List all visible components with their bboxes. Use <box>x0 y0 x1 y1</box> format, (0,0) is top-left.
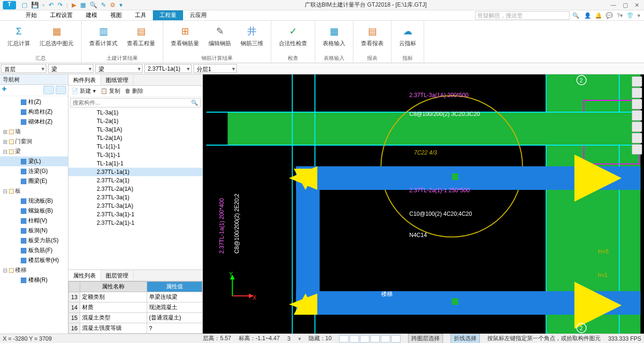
ribbon-查看报表[interactable]: ▤查看报表 <box>356 23 388 54</box>
menu-cloud[interactable]: 云应用 <box>183 10 213 20</box>
qat-more-icon[interactable]: ▾ <box>119 1 123 8</box>
nav-view-list-icon[interactable] <box>43 86 54 94</box>
search-icon[interactable]: 🔍 <box>572 12 579 19</box>
ribbon-表格输入[interactable]: ▦表格输入 <box>318 23 350 54</box>
qat-grid-icon[interactable]: ▦ <box>80 1 86 8</box>
sb-icon-5[interactable] <box>381 335 390 343</box>
comp-item[interactable]: TL-2a(1) <box>68 117 202 125</box>
type-select[interactable]: 梁 <box>95 64 142 73</box>
tab-properties[interactable]: 属性列表 <box>68 270 101 281</box>
comp-search[interactable]: 🔍 <box>70 98 201 107</box>
sb-icon-3[interactable] <box>360 335 369 343</box>
tree-item-楼梯(R)[interactable]: 楼梯(R) <box>0 275 68 285</box>
menu-tools[interactable]: 工具 <box>128 10 153 20</box>
comp-item[interactable]: TL-2a(1A) <box>68 134 202 142</box>
tree-cat-楼梯[interactable]: ⊟ 楼梯 <box>0 265 68 275</box>
copy-button[interactable]: 📋 复制 <box>100 87 120 95</box>
orbit-icon[interactable] <box>632 76 642 87</box>
skin-icon[interactable]: 👕 <box>627 12 634 19</box>
qat-undo-icon[interactable]: ↶ <box>49 1 54 8</box>
tree-item-板洞(N)[interactable]: 板洞(N) <box>0 226 68 236</box>
qat-edit-icon[interactable]: ✎ <box>101 1 106 8</box>
menu-modeling[interactable]: 建模 <box>79 10 104 20</box>
tree-item-现浇板(B)[interactable]: 现浇板(B) <box>0 196 68 206</box>
tree-item-楼层板带(H)[interactable]: 楼层板带(H) <box>0 255 68 265</box>
menu-view[interactable]: 视图 <box>104 10 128 20</box>
polyline-select-button[interactable]: 折线选择 <box>451 334 480 343</box>
tree-cat-墙[interactable]: ⊞ 墙 <box>0 127 68 137</box>
menu-quantity[interactable]: 工程量 <box>153 10 183 20</box>
ribbon-编辑钢筋[interactable]: ✎编辑钢筋 <box>204 23 236 54</box>
comp-item[interactable]: 2.37TL-3a(1A) <box>68 202 202 210</box>
table-row[interactable]: 13定额类别单梁连续梁 <box>69 292 202 302</box>
ribbon-查看钢筋量[interactable]: ⊞查看钢筋量 <box>166 23 204 54</box>
comp-item[interactable]: TL-3a(1A) <box>68 125 202 134</box>
table-row[interactable]: 15混凝土类型(普通混凝土) <box>69 313 202 323</box>
tree-item-板负筋(F)[interactable]: 板负筋(F) <box>0 245 68 255</box>
tree-item-柱帽(V)[interactable]: 柱帽(V) <box>0 216 68 226</box>
search-input[interactable]: 答疑解惑，搜这里 <box>475 11 569 20</box>
sb-icon-2[interactable] <box>350 335 359 343</box>
ribbon-查看计算式[interactable]: ▥查看计算式 <box>84 23 122 54</box>
ribbon-查看工程量[interactable]: ▤查看工程量 <box>122 23 160 54</box>
menu-project-settings[interactable]: 工程设置 <box>43 10 79 20</box>
cube-front-icon[interactable] <box>632 110 642 121</box>
delete-button[interactable]: 🗑 删除 <box>125 87 143 95</box>
cube-side-icon[interactable] <box>632 122 642 132</box>
tree-cat-板[interactable]: ⊟ 板 <box>0 186 68 196</box>
category-select[interactable]: 梁 <box>48 64 93 73</box>
floor-select[interactable]: 首层 <box>1 64 46 73</box>
user-icon[interactable]: 👤 <box>584 12 591 19</box>
comp-item[interactable]: 2.37TL-1a(1) <box>68 168 202 176</box>
maximize-icon[interactable]: ▢ <box>623 2 628 8</box>
tab-drawing-mgmt[interactable]: 图纸管理 <box>101 74 134 85</box>
tree-item-梁(L)[interactable]: 梁(L) <box>0 156 68 166</box>
tree-item-砌体柱(Z)[interactable]: 砌体柱(Z) <box>0 117 68 127</box>
qat-tools-icon[interactable]: ⚙ <box>110 1 116 8</box>
layer-select[interactable]: 分层1 <box>193 64 237 73</box>
ribbon-云指标[interactable]: ☁云指标 <box>394 23 421 54</box>
comp-item[interactable]: 2.37TL-3a(1) <box>68 193 202 202</box>
component-select[interactable]: 2.37TL-1a(1) <box>144 64 192 73</box>
comp-item[interactable]: TL-1a(1)-1 <box>68 159 202 168</box>
comp-item[interactable]: TL-3(1)-1 <box>68 151 202 159</box>
close-icon[interactable]: ✕ <box>635 2 639 8</box>
comp-item[interactable]: TL-3a(1) <box>68 108 202 117</box>
tree-item-圈梁(E)[interactable]: 圈梁(E) <box>0 176 68 186</box>
qat-open-icon[interactable]: ▢ <box>22 1 27 8</box>
new-button[interactable]: 📄 新建 ▾ <box>71 87 96 95</box>
comp-item[interactable]: 2.37TL-2a(1) <box>68 176 202 185</box>
qat-save-icon[interactable]: 💾 <box>31 1 39 8</box>
tree-item-连梁(G)[interactable]: 连梁(G) <box>0 166 68 176</box>
status-count-dropdown-icon[interactable]: ▾ <box>298 335 301 342</box>
tree-cat-梁[interactable]: ⊟ 梁 <box>0 147 68 156</box>
qat-redo-icon[interactable]: ↷ <box>58 1 63 8</box>
rotate-icon[interactable] <box>632 133 642 143</box>
qat-run-icon[interactable]: ▶ <box>72 1 76 8</box>
chat-icon[interactable]: 💬 <box>606 12 613 19</box>
minimize-icon[interactable]: — <box>611 2 616 8</box>
tab-component-list[interactable]: 构件列表 <box>68 74 101 85</box>
sb-icon-4[interactable] <box>370 335 380 343</box>
qat-search-icon[interactable]: 🔍 <box>90 1 97 8</box>
tree-cat-门窗洞[interactable]: ⊞ 门窗洞 <box>0 137 68 147</box>
grid-icon[interactable] <box>632 144 642 155</box>
cube-top-icon[interactable] <box>632 99 642 109</box>
tree-item-板受力筋(S)[interactable]: 板受力筋(S) <box>0 236 68 245</box>
ribbon-汇总计算[interactable]: Σ汇总计算 <box>3 23 35 54</box>
comp-item[interactable]: 2.37TL-3a(1)-1 <box>68 210 202 219</box>
tab-layers[interactable]: 图层管理 <box>101 270 134 281</box>
help-icon[interactable]: ?▾ <box>617 12 623 19</box>
ribbon-合法性检查[interactable]: ✓合法性检查 <box>274 23 312 54</box>
nav-add-icon[interactable]: ✚ <box>2 86 7 95</box>
comp-item[interactable]: 2.37TL-2a(1A) <box>68 185 202 193</box>
comp-item[interactable]: TL-1(1)-1 <box>68 142 202 151</box>
comp-item[interactable]: 2.37TL-2a(1)-1 <box>68 219 202 227</box>
table-row[interactable]: 14材质现浇混凝土 <box>69 302 202 313</box>
table-row[interactable]: 16混凝土强度等级? <box>69 323 202 334</box>
cross-layer-select-button[interactable]: 跨图层选择 <box>408 334 443 343</box>
ribbon-汇总选中图元[interactable]: ▦汇总选中图元 <box>35 23 78 54</box>
tree-item-构造柱(Z)[interactable]: 构造柱(Z) <box>0 107 68 117</box>
sb-icon-1[interactable] <box>339 335 349 343</box>
drawing-canvas[interactable]: Y X 2.37TL-1a(1) 200*400 C8@100/200(2) 2… <box>203 74 644 334</box>
